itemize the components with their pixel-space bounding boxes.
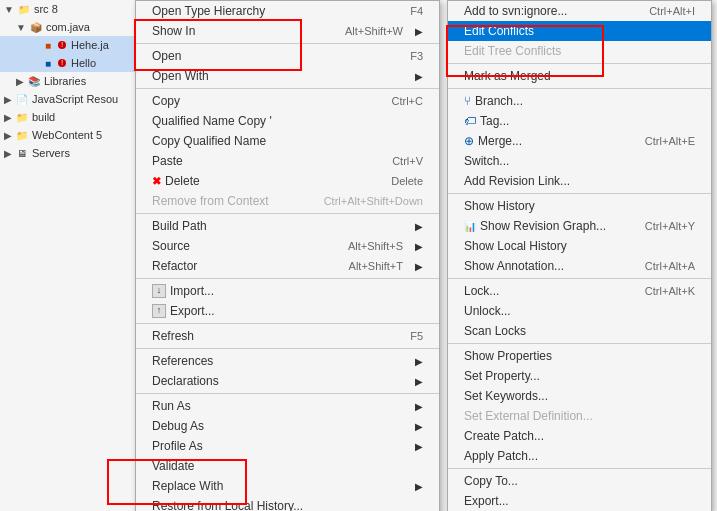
menu-set-external-def: Set External Definition...: [448, 406, 711, 426]
menu-add-to-svnignore[interactable]: Add to svn:ignore... Ctrl+Alt+I: [448, 1, 711, 21]
menu-copy-to[interactable]: Copy To...: [448, 471, 711, 491]
menu-validate[interactable]: Validate: [136, 456, 439, 476]
import-icon: ↓: [152, 284, 166, 298]
expand-arrow: ▼: [4, 4, 14, 15]
menu-run-as[interactable]: Run As ▶: [136, 396, 439, 416]
menu-copy-qualified-name[interactable]: Copy Qualified Name: [136, 131, 439, 151]
separator: [136, 348, 439, 349]
menu-declarations[interactable]: Declarations ▶: [136, 371, 439, 391]
tree-label: WebContent 5: [32, 129, 102, 141]
tree-label: src 8: [34, 3, 58, 15]
menu-open-with[interactable]: Open With ▶: [136, 66, 439, 86]
menu-replace-with[interactable]: Replace With ▶: [136, 476, 439, 496]
delete-icon: ✖: [152, 175, 161, 188]
menu-lock[interactable]: Lock... Ctrl+Alt+K: [448, 281, 711, 301]
menu-qualified-name-copy[interactable]: Qualified Name Copy ': [136, 111, 439, 131]
menu-open[interactable]: Open F3: [136, 46, 439, 66]
conflict-icon: !: [58, 59, 66, 67]
tree-item-com[interactable]: ▼ 📦 com.java: [0, 18, 154, 36]
menu-scan-locks[interactable]: Scan Locks: [448, 321, 711, 341]
tree-item-src[interactable]: ▼ 📁 src 8: [0, 0, 154, 18]
menu-export[interactable]: ↑ Export...: [136, 301, 439, 321]
expand-arrow: ▶: [4, 148, 12, 159]
menu-unlock[interactable]: Unlock...: [448, 301, 711, 321]
menu-branch[interactable]: ⑂ Branch...: [448, 91, 711, 111]
folder-icon: 📁: [15, 110, 29, 124]
menu-merge[interactable]: ⊕ Merge... Ctrl+Alt+E: [448, 131, 711, 151]
menu-refresh[interactable]: Refresh F5: [136, 326, 439, 346]
menu-paste[interactable]: Paste Ctrl+V: [136, 151, 439, 171]
menu-show-history[interactable]: Show History: [448, 196, 711, 216]
js-icon: 📄: [15, 92, 29, 106]
package-icon: 📦: [29, 20, 43, 34]
separator: [136, 213, 439, 214]
menu-show-annotation[interactable]: Show Annotation... Ctrl+Alt+A: [448, 256, 711, 276]
menu-export-svn[interactable]: Export...: [448, 491, 711, 511]
expand-arrow: ▶: [16, 76, 24, 87]
expand-arrow: ▶: [4, 112, 12, 123]
menu-open-type-hierarchy[interactable]: Open Type Hierarchy F4: [136, 1, 439, 21]
menu-edit-conflicts[interactable]: Edit Conflicts: [448, 21, 711, 41]
project-tree: ▼ 📁 src 8 ▼ 📦 com.java ■ ! Hehe.ja ■ ! H…: [0, 0, 155, 511]
separator: [136, 393, 439, 394]
separator: [136, 278, 439, 279]
menu-add-revision-link[interactable]: Add Revision Link...: [448, 171, 711, 191]
separator: [136, 88, 439, 89]
graph-icon: 📊: [464, 221, 476, 232]
menu-edit-tree-conflicts: Edit Tree Conflicts: [448, 41, 711, 61]
menu-apply-patch[interactable]: Apply Patch...: [448, 446, 711, 466]
tag-icon: 🏷: [464, 114, 476, 128]
menu-set-keywords[interactable]: Set Keywords...: [448, 386, 711, 406]
expand-arrow: ▼: [16, 22, 26, 33]
separator: [448, 88, 711, 89]
separator: [448, 63, 711, 64]
folder-icon: 📁: [15, 128, 29, 142]
java-file-icon: ■: [41, 38, 55, 52]
menu-build-path[interactable]: Build Path ▶: [136, 216, 439, 236]
menu-create-patch[interactable]: Create Patch...: [448, 426, 711, 446]
expand-arrow: ▶: [4, 94, 12, 105]
menu-switch[interactable]: Switch...: [448, 151, 711, 171]
menu-show-properties[interactable]: Show Properties: [448, 346, 711, 366]
menu-restore-local-history[interactable]: Restore from Local History...: [136, 496, 439, 511]
separator: [136, 323, 439, 324]
menu-tag[interactable]: 🏷 Tag...: [448, 111, 711, 131]
menu-references[interactable]: References ▶: [136, 351, 439, 371]
tree-item-hehe[interactable]: ■ ! Hehe.ja: [0, 36, 154, 54]
merge-icon: ⊕: [464, 134, 474, 148]
right-context-menu: Add to svn:ignore... Ctrl+Alt+I Edit Con…: [447, 0, 712, 511]
tree-item-build[interactable]: ▶ 📁 build: [0, 108, 154, 126]
menu-profile-as[interactable]: Profile As ▶: [136, 436, 439, 456]
menu-source[interactable]: Source Alt+Shift+S ▶: [136, 236, 439, 256]
tree-item-hello[interactable]: ■ ! Hello: [0, 54, 154, 72]
menu-mark-as-merged[interactable]: Mark as Merged: [448, 66, 711, 86]
tree-item-jsresource[interactable]: ▶ 📄 JavaScript Resou: [0, 90, 154, 108]
tree-item-webcontent[interactable]: ▶ 📁 WebContent 5: [0, 126, 154, 144]
branch-icon: ⑂: [464, 94, 471, 108]
menu-show-local-history[interactable]: Show Local History: [448, 236, 711, 256]
tree-label: com.java: [46, 21, 90, 33]
tree-item-servers[interactable]: ▶ 🖥 Servers: [0, 144, 154, 162]
menu-set-property[interactable]: Set Property...: [448, 366, 711, 386]
menu-show-in[interactable]: Show In Alt+Shift+W ▶: [136, 21, 439, 41]
export-icon: ↑: [152, 304, 166, 318]
menu-remove-from-context: Remove from Context Ctrl+Alt+Shift+Down: [136, 191, 439, 211]
tree-label: Hello: [71, 57, 96, 69]
separator: [448, 468, 711, 469]
libraries-icon: 📚: [27, 74, 41, 88]
separator: [448, 193, 711, 194]
menu-delete[interactable]: ✖ Delete Delete: [136, 171, 439, 191]
separator: [136, 43, 439, 44]
menu-refactor[interactable]: Refactor Alt+Shift+T ▶: [136, 256, 439, 276]
menu-import[interactable]: ↓ Import...: [136, 281, 439, 301]
separator: [448, 278, 711, 279]
tree-label: build: [32, 111, 55, 123]
menu-debug-as[interactable]: Debug As ▶: [136, 416, 439, 436]
menu-copy[interactable]: Copy Ctrl+C: [136, 91, 439, 111]
left-context-menu: Open Type Hierarchy F4 Show In Alt+Shift…: [135, 0, 440, 511]
conflict-icon: !: [58, 41, 66, 49]
server-icon: 🖥: [15, 146, 29, 160]
tree-item-libraries[interactable]: ▶ 📚 Libraries: [0, 72, 154, 90]
menu-show-revision-graph[interactable]: 📊 Show Revision Graph... Ctrl+Alt+Y: [448, 216, 711, 236]
tree-label: JavaScript Resou: [32, 93, 118, 105]
